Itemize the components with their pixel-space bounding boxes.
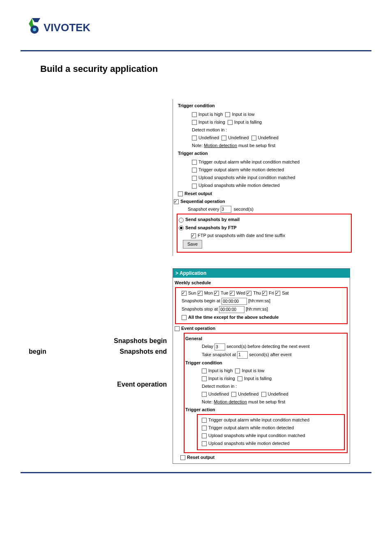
cb2-undef1[interactable] bbox=[202, 392, 207, 397]
trigger-action-head: Trigger action bbox=[178, 150, 350, 157]
cb-act2[interactable] bbox=[192, 168, 197, 173]
brand-logo: VIVOTEK bbox=[29, 16, 363, 38]
snap-stop-input[interactable]: 00:00:00 bbox=[219, 306, 244, 313]
page-title: Build a security application bbox=[40, 64, 363, 74]
cb-undef2[interactable] bbox=[221, 136, 226, 140]
cb-seq-op[interactable] bbox=[174, 199, 179, 204]
take-snap-input[interactable]: 1 bbox=[237, 351, 248, 359]
cb-act4[interactable] bbox=[192, 184, 197, 189]
cb-fri[interactable] bbox=[262, 291, 267, 296]
lbl-input-high: Input is high bbox=[198, 112, 223, 117]
general-head: General bbox=[185, 335, 345, 342]
lbl-input-falling: Input is falling bbox=[234, 120, 262, 124]
radio-send-email[interactable] bbox=[179, 218, 184, 223]
trigger-condition-head: Trigger condition bbox=[178, 102, 350, 109]
cb-input-falling[interactable] bbox=[228, 120, 233, 125]
weekly-schedule-head: Weekly schedule bbox=[175, 279, 348, 286]
cb-reset-output[interactable] bbox=[178, 191, 183, 196]
cb-input-rising[interactable] bbox=[192, 120, 197, 125]
cb-act1[interactable] bbox=[192, 160, 197, 165]
brand-text: VIVOTEK bbox=[44, 21, 90, 34]
cb-sun[interactable] bbox=[182, 291, 187, 296]
cb2-reset-output[interactable] bbox=[180, 455, 185, 460]
snapshot-interval-input[interactable]: 3 bbox=[221, 206, 231, 213]
cb-ftp-suffix[interactable] bbox=[191, 233, 196, 238]
cb-act3[interactable] bbox=[192, 176, 197, 181]
cb-undef1[interactable] bbox=[192, 136, 197, 140]
cb-mon[interactable] bbox=[198, 291, 203, 296]
lbl-detect-motion: Detect motion in : bbox=[192, 127, 350, 134]
motion-detection-link-2[interactable]: Motion detection bbox=[214, 399, 247, 404]
cb-thu[interactable] bbox=[247, 291, 251, 296]
lbl-input-rising: Input is rising bbox=[198, 120, 225, 124]
cb2-act1[interactable] bbox=[202, 418, 207, 423]
cb2-input-falling[interactable] bbox=[238, 376, 242, 381]
send-snapshots-frame: Send snapshots by email Send snapshots b… bbox=[177, 214, 352, 252]
delay-input[interactable]: 3 bbox=[214, 343, 225, 351]
cb-input-low[interactable] bbox=[225, 112, 230, 117]
cb-sat[interactable] bbox=[275, 291, 280, 296]
motion-detection-link[interactable]: Motion detection bbox=[204, 143, 237, 148]
divider-bottom bbox=[21, 472, 371, 473]
label-event-operation: Event operation bbox=[70, 381, 167, 388]
general-frame: General Delay 3 second(s) before detecti… bbox=[184, 333, 348, 453]
panel-top: Trigger condition Input is high Input is… bbox=[173, 99, 353, 256]
cb2-input-high[interactable] bbox=[202, 368, 207, 373]
trigger-condition-head-2: Trigger condition bbox=[185, 359, 345, 366]
cb2-undef3[interactable] bbox=[261, 392, 266, 397]
cb-tue[interactable] bbox=[214, 291, 219, 296]
cb2-act4[interactable] bbox=[202, 441, 207, 446]
cb-wed[interactable] bbox=[230, 291, 235, 296]
cb2-act2[interactable] bbox=[202, 426, 207, 431]
snap-begin-input[interactable]: 00:00:00 bbox=[221, 298, 247, 305]
label-begin: begin bbox=[29, 348, 46, 355]
cb-all-time-except[interactable] bbox=[182, 315, 187, 320]
cb2-input-rising[interactable] bbox=[202, 376, 207, 381]
save-button[interactable]: Save bbox=[183, 240, 202, 249]
weekly-schedule-frame: Sun Mon Tue Wed Thu Fri Sat Snapshots be… bbox=[175, 287, 348, 324]
label-snapshots-begin: Snapshots begin bbox=[86, 337, 167, 345]
trigger-action-head-2: Trigger action bbox=[185, 406, 345, 413]
cb2-act3[interactable] bbox=[202, 433, 207, 438]
note-line: Note: Motion detection must be setup fir… bbox=[192, 142, 350, 149]
cb-undef3[interactable] bbox=[251, 136, 256, 140]
application-header: > Application bbox=[173, 269, 350, 278]
label-snapshots-end: Snapshots end bbox=[120, 348, 167, 355]
svg-point-1 bbox=[33, 28, 36, 31]
panel-application: > Application Weekly schedule Sun Mon Tu… bbox=[173, 268, 350, 464]
cb2-input-low[interactable] bbox=[235, 368, 240, 373]
divider-top bbox=[21, 50, 371, 51]
cb-event-op[interactable] bbox=[175, 326, 180, 331]
cb-input-high[interactable] bbox=[192, 112, 197, 117]
lbl-input-low: Input is low bbox=[232, 112, 254, 117]
cb2-undef2[interactable] bbox=[231, 392, 236, 397]
trigger-action-frame: Trigger output alarm while input conditi… bbox=[197, 414, 345, 450]
radio-send-ftp[interactable] bbox=[179, 226, 184, 230]
